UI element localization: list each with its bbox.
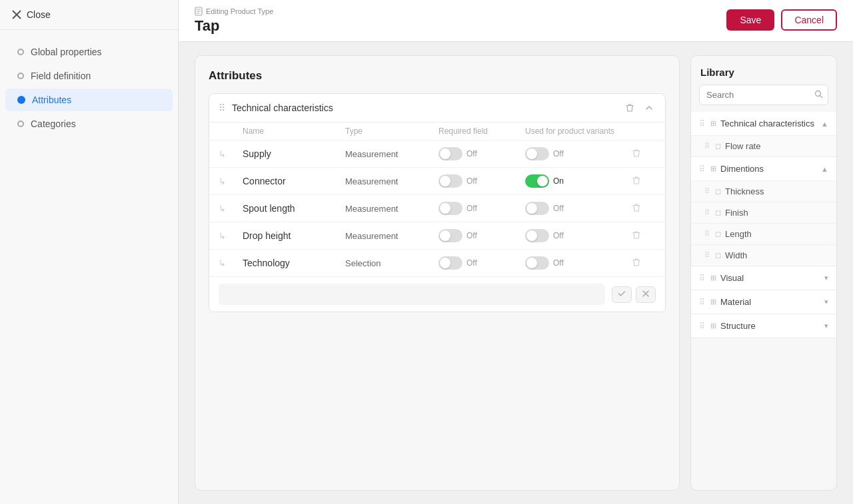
col-header-name: Name [243,126,345,136]
variant-label: Off [553,204,564,213]
delete-row-button[interactable] [632,258,656,269]
chevron-down-icon: ▾ [824,274,828,282]
delete-row-button[interactable] [632,148,656,160]
variant-toggle[interactable] [525,229,549,242]
search-icon [814,90,823,101]
required-toggle[interactable] [438,202,462,215]
save-button[interactable]: Save [726,9,774,31]
required-toggle[interactable] [438,147,462,160]
lib-drag-handle: ⠿ [699,164,705,174]
lib-item-length[interactable]: ⠿ ◻ Length [691,223,836,244]
variant-toggle[interactable] [525,147,549,160]
variant-toggle-cell: Off [525,256,632,270]
lib-group-dimentions: ⠿ ⊞ Dimentions ▲ ⠿ ◻ Thickness ⠿ ◻ Finis… [691,157,836,266]
required-label: Off [466,204,477,213]
row-drag-handle[interactable]: ↳ [219,149,243,159]
lib-item-flow-rate[interactable]: ⠿ ◻ Flow rate [691,135,836,156]
required-toggle[interactable] [438,174,462,188]
row-drag-handle[interactable]: ↳ [219,176,243,186]
search-input[interactable] [699,85,828,105]
add-confirm-button[interactable] [612,286,632,303]
attribute-group: ⠿ Technical characteristics [209,93,666,312]
group-actions [622,102,656,114]
required-toggle-cell: Off [438,202,525,215]
topbar: Editing Product Type Tap Save Cancel [179,0,853,42]
row-drag-handle[interactable]: ↳ [219,231,243,241]
attributes-panel: Attributes ⠿ Technical characteristics [195,55,680,491]
check-icon [618,290,626,298]
close-button[interactable]: Close [0,0,178,30]
lib-drag-handle: ⠿ [699,322,705,331]
variant-label: Off [553,231,564,240]
sidebar-item-label: Field definition [31,71,91,81]
sidebar-item-field-definition[interactable]: Field definition [5,65,173,87]
sidebar-item-global-properties[interactable]: Global properties [5,41,173,63]
group-header: ⠿ Technical characteristics [209,94,665,123]
delete-group-button[interactable] [622,102,637,114]
table-row: ↳ Supply Measurement Off Off [209,140,665,167]
lib-item-name: Width [725,250,828,260]
lib-group-header-material[interactable]: ⠿ ⊞ Material ▾ [691,290,836,314]
lib-item-drag: ⠿ [704,187,710,196]
grid-icon: ⊞ [710,119,716,128]
delete-row-button[interactable] [632,230,656,242]
required-toggle-cell: Off [438,147,525,160]
delete-row-button[interactable] [632,203,656,214]
sidebar-nav: Global properties Field definition Attri… [0,30,178,146]
collapse-group-button[interactable] [642,103,656,113]
lib-item-thickness[interactable]: ⠿ ◻ Thickness [691,180,836,202]
delete-row-button[interactable] [632,176,656,187]
lib-group-header-technical[interactable]: ⠿ ⊞ Technical characteristics ▲ [691,112,836,135]
row-name: Connector [243,176,345,186]
lib-drag-handle: ⠿ [699,298,705,307]
page-title: Tap [195,17,273,35]
sidebar-item-label: Attributes [32,95,71,105]
required-label: Off [466,258,477,268]
lib-group-name: Structure [720,321,820,331]
variant-toggle-cell: On [525,174,632,188]
table-row: ↳ Technology Selection Off Off [209,249,665,276]
cancel-button[interactable]: Cancel [781,9,837,31]
lib-group-header-dimentions[interactable]: ⠿ ⊞ Dimentions ▲ [691,157,836,180]
variant-toggle[interactable] [525,174,549,188]
row-type: Measurement [345,231,438,241]
table-row: ↳ Drop height Measurement Off Off [209,222,665,249]
sidebar-item-categories[interactable]: Categories [5,113,173,135]
add-attribute-row [209,276,665,312]
lib-item-name: Length [725,229,828,239]
lib-group-material: ⠿ ⊞ Material ▾ [691,290,836,314]
row-type: Measurement [345,149,438,159]
required-toggle[interactable] [438,256,462,270]
add-cancel-button[interactable] [636,286,656,303]
add-attribute-input[interactable] [219,284,605,305]
col-header-variant: Used for product variants [525,126,632,136]
lib-item-width[interactable]: ⠿ ◻ Width [691,244,836,266]
lib-group-technical: ⠿ ⊞ Technical characteristics ▲ ⠿ ◻ Flow… [691,112,836,157]
variant-label: On [553,176,564,186]
lib-group-header-visual[interactable]: ⠿ ⊞ Visual ▾ [691,266,836,290]
variant-toggle[interactable] [525,256,549,270]
required-toggle-cell: Off [438,256,525,270]
document-icon [195,7,203,16]
lib-drag-handle: ⠿ [699,274,705,283]
lib-item-finish[interactable]: ⠿ ◻ Finish [691,202,836,223]
chevron-up-icon: ▲ [821,165,828,173]
lib-group-header-structure[interactable]: ⠿ ⊞ Structure ▾ [691,314,836,338]
row-drag-handle[interactable]: ↳ [219,258,243,268]
variant-toggle-cell: Off [525,147,632,160]
col-header-required: Required field [438,126,525,136]
group-drag-handle[interactable]: ⠿ [219,103,225,113]
variant-toggle[interactable] [525,202,549,215]
row-type: Measurement [345,204,438,214]
required-toggle[interactable] [438,229,462,242]
required-label: Off [466,231,477,240]
library-search [699,85,828,105]
grid-icon: ⊞ [710,274,716,282]
lib-group-name: Dimentions [720,164,817,174]
row-drag-handle[interactable]: ↳ [219,204,243,214]
close-label: Close [27,9,51,20]
sidebar-item-attributes[interactable]: Attributes [5,89,173,111]
required-toggle-cell: Off [438,229,525,242]
variant-label: Off [553,258,564,268]
field-icon: ◻ [715,230,721,238]
